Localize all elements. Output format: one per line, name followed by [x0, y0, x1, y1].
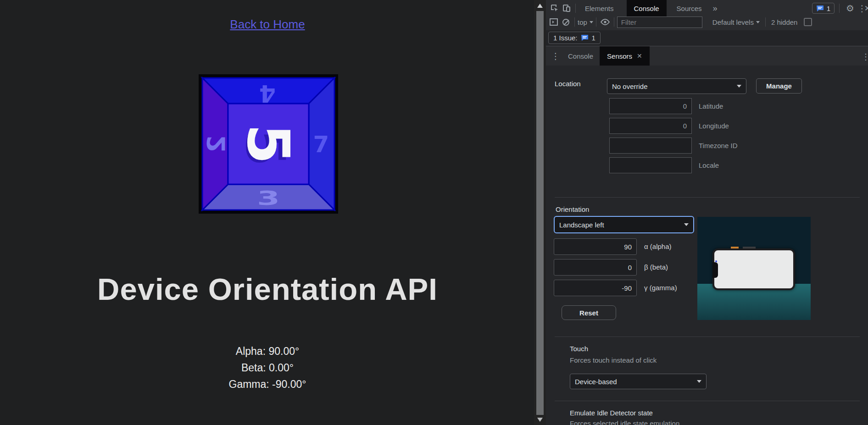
- screenshot-root: Back to Home 4 2 7 3 5 5 Device Orientat…: [0, 0, 868, 425]
- location-select[interactable]: No override: [607, 78, 746, 94]
- console-sidebar-icon[interactable]: [548, 17, 560, 28]
- orientation-cube-canvas: 4 2 7 3 5 5: [199, 74, 338, 214]
- cube-digit-right: 7: [313, 131, 329, 158]
- scroll-down-arrow-icon[interactable]: [537, 418, 543, 422]
- toolbar-divider: [614, 17, 614, 27]
- console-messages-area: 1 Issue: 1: [546, 30, 868, 46]
- orientation-select[interactable]: Landscape left: [554, 216, 694, 233]
- idle-detector-subtitle: Forces selected idle state emulation: [570, 419, 679, 425]
- section-divider: [555, 197, 860, 198]
- devtools-main-tabbar: Elements Console Sources » 1 ⚙ ⋮ ✕: [546, 0, 868, 17]
- longitude-input[interactable]: 0: [609, 118, 692, 134]
- beta-label: β (beta): [644, 259, 668, 276]
- latitude-input[interactable]: 0: [609, 98, 692, 114]
- console-toolbar: top Filter Default levels 2 hidden: [546, 17, 868, 30]
- location-label: Location: [555, 80, 581, 88]
- manage-locations-button[interactable]: Manage: [756, 78, 802, 94]
- chevron-down-icon: [737, 85, 741, 88]
- touch-select-value: Device-based: [575, 378, 617, 386]
- phone-notch: [712, 262, 718, 278]
- chevron-down-icon: [697, 380, 701, 383]
- inspect-element-icon[interactable]: [549, 2, 561, 14]
- live-expression-eye-icon[interactable]: [599, 17, 611, 28]
- toolbar-divider: [596, 17, 596, 27]
- beta-input[interactable]: 0: [554, 259, 637, 276]
- chat-bubble-icon: [816, 5, 824, 12]
- section-divider: [555, 337, 860, 337]
- console-messages-badge[interactable]: 1: [812, 3, 835, 14]
- toolbar-divider: [574, 17, 575, 27]
- toolbar-divider: [575, 4, 576, 13]
- gamma-readout: Gamma: -90.00°: [0, 376, 535, 392]
- drawer-tab-console[interactable]: Console: [562, 52, 600, 60]
- page-title: Device Orientation API: [0, 271, 535, 307]
- cube-digit-bottom: 3: [257, 187, 280, 210]
- more-tabs-icon[interactable]: »: [713, 4, 718, 13]
- hidden-messages-label[interactable]: 2 hidden: [771, 18, 798, 26]
- gamma-label: γ (gamma): [644, 280, 677, 296]
- drawer-tab-sensors[interactable]: Sensors ✕: [600, 46, 650, 66]
- gamma-input[interactable]: -90: [554, 280, 637, 296]
- orientation-readouts: Alpha: 90.00° Beta: 0.00° Gamma: -90.00°: [0, 343, 535, 392]
- back-to-home-link[interactable]: Back to Home: [0, 17, 535, 32]
- alpha-label: α (alpha): [644, 238, 672, 255]
- filter-placeholder: Filter: [621, 18, 636, 26]
- alpha-input[interactable]: 90: [554, 238, 637, 255]
- drawer-overflow-icon: ⋮: [862, 52, 868, 62]
- idle-detector-title: Emulate Idle Detector state: [570, 409, 653, 417]
- cube-digit-front: 5: [234, 124, 302, 164]
- cube-graphic: 4 2 7 3 5 5: [199, 74, 338, 214]
- device-toolbar-icon[interactable]: [561, 2, 573, 14]
- drawer-menu-icon[interactable]: ⋮: [550, 50, 562, 62]
- console-filter-input[interactable]: Filter: [617, 17, 702, 28]
- issues-counter-badge[interactable]: 1 Issue: 1: [548, 32, 601, 44]
- default-levels-selector[interactable]: Default levels: [712, 18, 754, 26]
- tab-elements[interactable]: Elements: [579, 5, 620, 12]
- orientation-preview[interactable]: [697, 217, 811, 320]
- cube-digit-top: 4: [259, 80, 276, 107]
- location-select-value: No override: [612, 83, 648, 90]
- close-devtools-icon[interactable]: ✕: [864, 4, 868, 13]
- alpha-readout: Alpha: 90.00°: [0, 343, 535, 359]
- toolbar-divider: [839, 4, 840, 13]
- phone-button: [731, 247, 739, 248]
- clipped-toolbar-icon: [804, 18, 812, 26]
- sensors-tab-label: Sensors: [607, 52, 632, 60]
- chevron-down-icon: [756, 21, 760, 23]
- page-scrollbar[interactable]: [534, 0, 546, 425]
- issue-count: 1: [592, 34, 595, 42]
- tab-console[interactable]: Console: [627, 0, 667, 17]
- scrollbar-thumb[interactable]: [536, 11, 544, 415]
- timezone-label: Timezone ID: [699, 138, 737, 154]
- close-sensors-tab-icon[interactable]: ✕: [637, 52, 642, 60]
- chevron-down-icon: [684, 223, 689, 226]
- drawer-tabbar: ⋮ Console Sensors ✕ ⋮: [546, 46, 868, 66]
- settings-gear-icon[interactable]: ⚙: [844, 2, 856, 14]
- chevron-down-icon: [590, 21, 593, 23]
- touch-title: Touch: [570, 345, 588, 353]
- touch-select[interactable]: Device-based: [570, 374, 707, 389]
- clear-console-icon[interactable]: [560, 17, 572, 28]
- phone-button: [743, 247, 756, 248]
- toolbar-divider: [765, 17, 766, 27]
- timezone-input[interactable]: [609, 138, 692, 154]
- phone-camera-dot: [715, 260, 717, 262]
- touch-subtitle: Forces touch instead of click: [570, 356, 657, 364]
- scroll-up-arrow-icon[interactable]: [537, 4, 543, 8]
- sensors-panel: Location No override Manage 0 Latitude 0…: [546, 66, 868, 425]
- reset-orientation-button[interactable]: Reset: [562, 305, 616, 320]
- section-divider: [555, 401, 860, 401]
- tab-sources[interactable]: Sources: [670, 5, 708, 12]
- phone-preview: [712, 248, 795, 290]
- locale-label: Locale: [699, 157, 719, 173]
- cube-digit-left: 2: [202, 135, 231, 153]
- issue-chat-icon: [581, 34, 589, 41]
- orientation-label: Orientation: [556, 205, 589, 213]
- issue-label: 1 Issue:: [553, 34, 578, 42]
- context-selector[interactable]: top: [578, 18, 587, 26]
- messages-count: 1: [827, 5, 830, 12]
- beta-readout: Beta: 0.00°: [0, 359, 535, 376]
- locale-input[interactable]: [609, 157, 692, 173]
- devtools-panel: Elements Console Sources » 1 ⚙ ⋮ ✕ top: [546, 0, 868, 425]
- orientation-select-value: Landscape left: [559, 221, 604, 229]
